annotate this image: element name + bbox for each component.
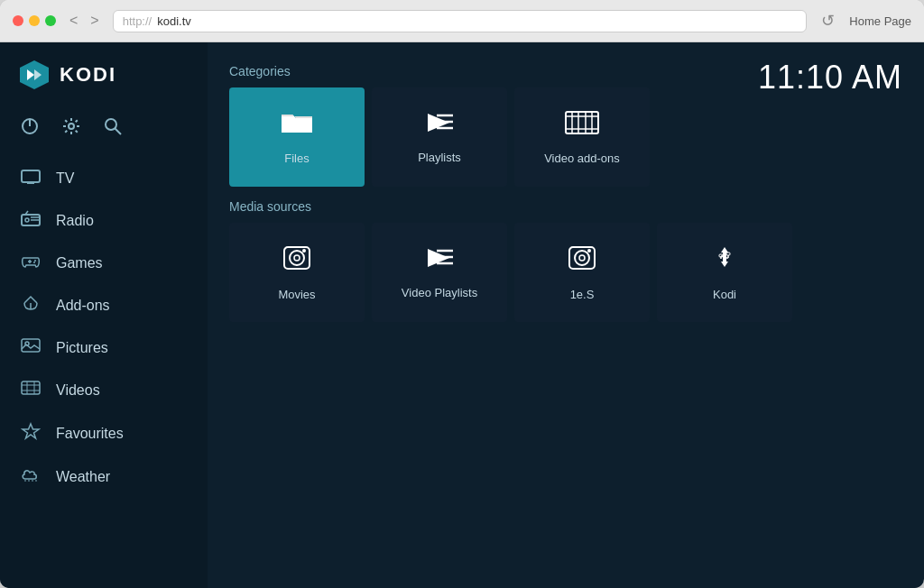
sidebar-item-pictures-label: Pictures [56, 340, 108, 356]
svg-line-7 [116, 129, 122, 135]
sidebar-item-radio[interactable]: Radio [0, 199, 208, 242]
tile-video-addons-label: Video add-ons [544, 152, 620, 165]
sidebar-item-favourites-label: Favourites [56, 426, 124, 442]
addons-icon [20, 295, 42, 316]
svg-point-50 [575, 251, 589, 265]
svg-point-44 [302, 249, 306, 253]
media-sources-label: Media sources [229, 199, 902, 214]
svg-point-5 [69, 124, 74, 129]
tile-movies[interactable]: Movies [229, 223, 365, 322]
media-sources-grid: Movies Video Playlists [229, 223, 902, 322]
svg-rect-23 [22, 381, 40, 394]
sidebar-nav: TV Radio [0, 157, 208, 588]
weather-icon [20, 466, 42, 487]
sidebar-item-weather-label: Weather [56, 469, 110, 485]
tile-playlists-label: Playlists [418, 151, 461, 164]
back-button[interactable]: < [65, 11, 82, 31]
sidebar-item-tv[interactable]: TV [0, 157, 208, 199]
favourites-icon [20, 422, 42, 445]
video-playlists-icon [424, 245, 455, 277]
svg-point-52 [587, 249, 591, 253]
svg-point-51 [579, 255, 585, 261]
sidebar-header: KODI [0, 42, 208, 107]
categories-grid: Files Playlists [229, 87, 902, 187]
tv-icon [20, 168, 42, 188]
traffic-light-yellow[interactable] [29, 15, 40, 26]
pictures-icon [20, 337, 42, 358]
svg-rect-34 [566, 112, 598, 133]
main-content: 11:10 AM Categories Files [208, 42, 924, 588]
svg-point-12 [25, 218, 29, 222]
tile-kodi[interactable]: Kodi [657, 223, 792, 322]
kodi-usb-icon [710, 243, 739, 279]
sidebar-item-addons[interactable]: Add-ons [0, 284, 208, 326]
kodi-logo-icon [18, 59, 51, 91]
tile-files[interactable]: Files [229, 87, 365, 187]
search-icon[interactable] [103, 116, 123, 141]
settings-icon[interactable] [61, 116, 81, 141]
home-s-hdd-icon [568, 243, 596, 279]
home-page-button[interactable]: Home Page [849, 14, 911, 28]
sidebar-item-addons-label: Add-ons [56, 298, 110, 314]
reload-button[interactable]: ↺ [816, 9, 840, 32]
tile-files-label: Files [284, 152, 309, 165]
sidebar-item-favourites[interactable]: Favourites [0, 411, 208, 455]
movies-hdd-icon [282, 243, 311, 279]
sidebar-item-videos[interactable]: Videos [0, 369, 208, 411]
time-display: 11:10 AM [758, 59, 902, 96]
sidebar-item-videos-label: Videos [56, 382, 100, 399]
tile-home-s-label: 1e.S [570, 288, 595, 301]
forward-button[interactable]: > [86, 11, 103, 31]
traffic-light-green[interactable] [45, 15, 56, 26]
playlists-icon [424, 110, 455, 142]
app-title: KODI [60, 63, 116, 87]
games-icon [20, 253, 42, 273]
files-folder-icon [280, 109, 314, 142]
video-addons-icon [565, 109, 599, 142]
tile-video-addons[interactable]: Video add-ons [514, 87, 650, 187]
address-bar[interactable]: http:// kodi.tv [113, 10, 808, 32]
sidebar: KODI [0, 42, 208, 588]
sidebar-item-weather[interactable]: Weather [0, 455, 208, 498]
browser-window: < > http:// kodi.tv ↺ Home Page KODI [0, 0, 924, 588]
svg-marker-28 [23, 424, 39, 438]
svg-point-42 [290, 251, 304, 265]
svg-point-18 [34, 260, 36, 262]
sidebar-item-games-label: Games [56, 255, 103, 271]
media-sources-section: Media sources Movies [229, 199, 902, 322]
svg-point-43 [294, 255, 300, 261]
videos-icon [20, 380, 42, 400]
svg-rect-8 [22, 170, 40, 182]
svg-point-6 [106, 119, 116, 130]
sidebar-item-games[interactable]: Games [0, 242, 208, 284]
tile-playlists[interactable]: Playlists [372, 87, 507, 187]
sidebar-toolbar [0, 107, 208, 157]
app-content: KODI [0, 42, 924, 588]
svg-rect-58 [726, 253, 730, 255]
svg-point-19 [33, 262, 35, 263]
sidebar-item-radio-label: Radio [56, 213, 94, 229]
traffic-light-red[interactable] [13, 15, 23, 26]
nav-buttons: < > [65, 11, 104, 31]
tile-movies-label: Movies [278, 288, 315, 301]
tile-kodi-label: Kodi [713, 288, 736, 301]
tile-video-playlists-label: Video Playlists [402, 286, 477, 299]
browser-chrome: < > http:// kodi.tv ↺ Home Page [0, 0, 924, 42]
url-domain: kodi.tv [157, 14, 191, 28]
url-protocol: http:// [123, 14, 152, 28]
tile-home-s[interactable]: 1e.S [514, 223, 650, 322]
power-icon[interactable] [20, 116, 40, 141]
traffic-lights [13, 15, 56, 26]
radio-icon [20, 210, 42, 231]
sidebar-item-pictures[interactable]: Pictures [0, 326, 208, 369]
sidebar-item-tv-label: TV [56, 170, 74, 187]
tile-video-playlists[interactable]: Video Playlists [372, 223, 507, 322]
